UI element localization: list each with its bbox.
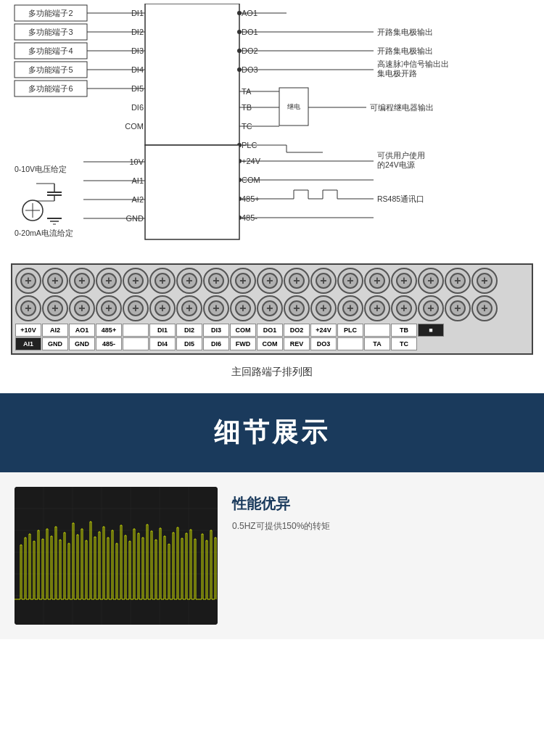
- terminal-circle: +: [42, 268, 68, 294]
- svg-rect-106: [145, 145, 239, 239]
- svg-text:COM: COM: [125, 122, 144, 131]
- terminal-label-gnd1: GND: [42, 337, 68, 350]
- terminal-circle: +: [149, 268, 176, 294]
- terminal-label-24v: +24V: [310, 324, 337, 337]
- terminal-label-ai2: AI2: [42, 324, 68, 337]
- svg-point-40: [237, 67, 242, 72]
- oscilloscope-image: [15, 487, 218, 625]
- svg-point-107: [238, 12, 242, 15]
- terminal-circle: +: [364, 268, 390, 294]
- performance-section: 性能优异 0.5HZ可提供150%的转矩: [0, 472, 544, 639]
- performance-description: 0.5HZ可提供150%的转矩: [232, 519, 529, 533]
- terminal-label-10v: +10V: [15, 324, 41, 337]
- terminal-label-di3: DI3: [203, 324, 229, 337]
- terminal-circle: +: [391, 295, 417, 321]
- terminal-circle: +: [176, 268, 202, 294]
- terminal-label-rev: REV: [284, 337, 310, 350]
- terminal-circle: +: [471, 268, 498, 294]
- terminal-circle: +: [391, 268, 417, 294]
- terminal-label-tb: TB: [391, 324, 417, 337]
- terminal-label-di2: DI2: [176, 324, 202, 337]
- svg-point-30: [237, 30, 242, 34]
- performance-title: 性能优异: [232, 494, 529, 514]
- terminal-label-485p: 485+: [96, 324, 122, 337]
- terminal-label-di1: DI1: [149, 324, 176, 337]
- terminal-label-485m: 485-: [96, 337, 122, 350]
- svg-text:DI2: DI2: [131, 28, 144, 36]
- terminal-label-blank4: [337, 337, 363, 350]
- terminal-circle: +: [257, 295, 283, 321]
- wiring-diagram-svg: text { font-family: 'SimHei', 'Microsoft…: [11, 4, 526, 250]
- terminal-circle: +: [203, 268, 229, 294]
- terminal-label-ao1: AO1: [69, 324, 95, 337]
- terminal-circle: +: [149, 295, 176, 321]
- terminal-circle: +: [123, 268, 149, 294]
- detail-section: 细节展示: [0, 393, 544, 472]
- terminal-circle: +: [96, 268, 122, 294]
- performance-text-block: 性能优异 0.5HZ可提供150%的转矩: [232, 487, 529, 533]
- terminal-label-plc: PLC: [337, 324, 363, 337]
- svg-text:多功能端子6: 多功能端子6: [28, 84, 73, 93]
- wiring-diagram-section: text { font-family: 'SimHei', 'Microsoft…: [0, 0, 544, 260]
- svg-text:的24V电源: 的24V电源: [377, 160, 415, 169]
- terminal-bottom-labels: AI1 GND GND 485- DI4 DI5 DI6 FWD COM REV…: [15, 337, 529, 350]
- terminal-label-blank3: [123, 337, 149, 350]
- svg-text:高速脉冲信号输出出: 高速脉冲信号输出出: [377, 59, 449, 68]
- terminal-circle: +: [96, 295, 122, 321]
- terminal-circle: +: [445, 268, 471, 294]
- terminal-circle: +: [310, 295, 337, 321]
- terminal-label-di6: DI6: [203, 337, 229, 350]
- terminal-circle: +: [15, 268, 41, 294]
- terminal-circle: +: [230, 268, 256, 294]
- terminal-circle: +: [42, 295, 68, 321]
- terminal-label-do1: DO1: [257, 324, 283, 337]
- svg-text:DI5: DI5: [131, 84, 144, 93]
- terminal-circle: +: [15, 295, 41, 321]
- terminal-circle: +: [418, 295, 444, 321]
- terminal-circle: +: [284, 268, 310, 294]
- svg-text:DI1: DI1: [131, 9, 144, 17]
- terminal-circle: +: [203, 295, 229, 321]
- terminal-bottom-row: + + + + + + + + + + + + + + + + + +: [15, 295, 529, 321]
- terminal-label-com2: COM: [257, 337, 283, 350]
- terminal-circle: +: [445, 295, 471, 321]
- terminal-label-blank1: [123, 324, 149, 337]
- svg-text:0-20mA电流给定: 0-20mA电流给定: [15, 229, 73, 237]
- svg-text:可供用户使用: 可供用户使用: [377, 151, 425, 160]
- terminal-label-do2: DO2: [284, 324, 310, 337]
- svg-text:0-10V电压给定: 0-10V电压给定: [15, 165, 67, 173]
- terminal-circle: +: [337, 295, 363, 321]
- terminal-circle: +: [176, 295, 202, 321]
- svg-text:继电: 继电: [287, 103, 300, 110]
- terminal-strip-section: + + + + + + + + + + + + + + + + + + + + …: [0, 260, 544, 393]
- svg-text:DI3: DI3: [131, 46, 144, 55]
- svg-text:DI4: DI4: [131, 65, 144, 74]
- terminal-strip-caption: 主回路端子排列图: [7, 366, 537, 379]
- terminal-strip-container: + + + + + + + + + + + + + + + + + + + + …: [11, 263, 533, 355]
- terminal-circle: +: [418, 268, 444, 294]
- svg-text:开路集电极输出: 开路集电极输出: [377, 46, 433, 55]
- terminal-circle: +: [337, 268, 363, 294]
- svg-text:多功能端子2: 多功能端子2: [28, 9, 73, 17]
- terminal-circle: +: [69, 295, 95, 321]
- terminal-circle: +: [364, 295, 390, 321]
- terminal-circle: +: [257, 268, 283, 294]
- terminal-label-ta: TA: [364, 337, 390, 350]
- terminal-label-gnd2: GND: [69, 337, 95, 350]
- svg-point-35: [237, 49, 242, 53]
- svg-rect-15: [145, 4, 239, 145]
- terminal-label-blank2: [364, 324, 390, 337]
- terminal-label-black: ■: [418, 324, 444, 337]
- terminal-circle: +: [471, 295, 498, 321]
- terminal-circle: +: [310, 268, 337, 294]
- svg-text:多功能端子5: 多功能端子5: [28, 65, 73, 74]
- svg-text:多功能端子4: 多功能端子4: [28, 46, 73, 55]
- terminal-label-di4: DI4: [149, 337, 176, 350]
- terminal-circle: +: [123, 295, 149, 321]
- terminal-label-di5: DI5: [176, 337, 202, 350]
- terminal-top-labels: +10V AI2 AO1 485+ DI1 DI2 DI3 COM DO1 DO…: [15, 324, 529, 337]
- terminal-label-ai1: AI1: [15, 337, 41, 350]
- terminal-label-do3: DO3: [310, 337, 337, 350]
- terminal-label-tc: TC: [391, 337, 417, 350]
- svg-text:可编程继电器输出: 可编程继电器输出: [370, 103, 434, 112]
